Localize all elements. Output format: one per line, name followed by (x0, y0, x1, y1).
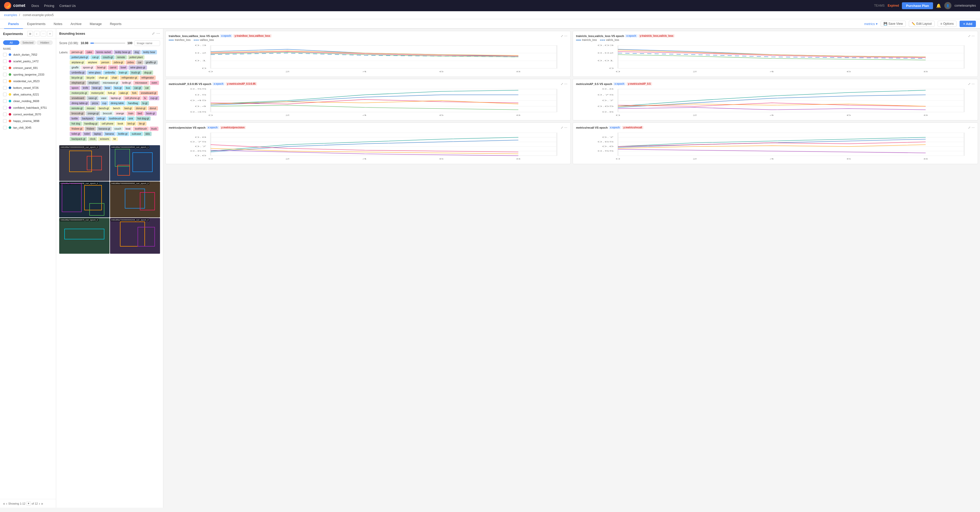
filter-selected-button[interactable]: Selected (20, 40, 36, 45)
label-tag[interactable]: truck (150, 127, 159, 131)
label-tag[interactable]: boat (124, 127, 132, 131)
label-tag[interactable]: car (136, 60, 143, 65)
purchase-plan-button[interactable]: Purchase Plan (902, 2, 933, 9)
experiment-list-item[interactable]: crimson_panel_691 (0, 65, 56, 71)
label-tag[interactable]: motorcycle (89, 91, 105, 95)
label-tag[interactable]: donut-gt (134, 106, 147, 111)
chart-more-icon[interactable]: ⋯ (972, 34, 975, 38)
label-tag[interactable]: bird-gt (126, 121, 137, 126)
label-tag[interactable]: motorcycle-gt (70, 91, 89, 95)
label-tag[interactable]: dog (133, 50, 141, 54)
tab-notes[interactable]: Notes (49, 19, 66, 29)
chart-more-icon[interactable]: ⋯ (564, 34, 567, 38)
experiment-checkbox[interactable] (3, 53, 6, 56)
label-tag[interactable]: orange (115, 111, 126, 116)
label-tag[interactable]: hot dog (70, 121, 82, 126)
options-button[interactable]: ≡ Options (938, 21, 956, 27)
label-tag[interactable]: frisbee (85, 127, 96, 131)
label-tag[interactable]: vase (99, 96, 108, 100)
tab-manage[interactable]: Manage (86, 19, 106, 29)
label-tag[interactable]: person-gt (70, 50, 84, 54)
metrics-dropdown-button[interactable]: metrics ▾ (864, 22, 878, 26)
tab-reports[interactable]: Reports (106, 19, 126, 29)
label-tag[interactable]: hot dog-gt (135, 116, 151, 121)
label-tag[interactable]: giraffe (70, 65, 80, 70)
label-tag[interactable]: mouse (85, 106, 96, 111)
label-tag[interactable]: pizza (90, 101, 100, 105)
label-tag[interactable]: frisbee-gt (70, 127, 84, 131)
chart-more-icon[interactable]: ⋯ (564, 126, 567, 129)
experiment-checkbox[interactable] (3, 119, 6, 123)
label-tag[interactable]: vase-gt (86, 96, 99, 100)
experiment-list-item[interactable]: confident_hatchback_9751 (0, 104, 56, 111)
label-tag[interactable]: elephant-gt (70, 81, 86, 85)
label-tag[interactable]: microwave (133, 81, 149, 85)
label-tag[interactable]: chair-gt (97, 76, 109, 80)
image-cell[interactable]: 04818f8a7/000000000575_curr_epoch_0 (59, 218, 110, 254)
label-tag[interactable]: banana (103, 132, 116, 136)
label-tag[interactable]: teddy bear-gt (114, 50, 132, 54)
label-tag[interactable]: zebra (126, 60, 135, 65)
experiment-checkbox[interactable] (3, 113, 6, 116)
label-tag[interactable]: elephant (87, 81, 100, 85)
page-next-button[interactable]: › (39, 501, 40, 506)
experiment-list-item[interactable]: dutch_durian_7652 (0, 51, 56, 58)
label-tag[interactable]: cup-gt (148, 96, 159, 100)
label-tag[interactable]: skis (144, 132, 151, 136)
label-tag[interactable]: tv-gt (141, 101, 149, 105)
label-tag[interactable]: tie (111, 137, 118, 141)
page-last-button[interactable]: » (41, 501, 43, 506)
experiment-checkbox[interactable] (3, 66, 6, 70)
label-tag[interactable]: bear (103, 86, 112, 90)
experiment-checkbox[interactable] (3, 106, 6, 110)
label-tag[interactable]: refrigerator-gt (120, 76, 139, 80)
label-tag[interactable]: tie-gt (137, 121, 146, 126)
filter-hidden-button[interactable]: Hidden (37, 40, 53, 45)
nav-pricing[interactable]: Pricing (44, 4, 54, 8)
label-tag[interactable]: dog-gt (142, 70, 153, 75)
label-tag[interactable]: scissors (98, 137, 111, 141)
page-first-button[interactable]: « (3, 501, 5, 506)
label-tag[interactable]: carrot (108, 65, 118, 70)
chart-expand-icon[interactable]: ⤢ (561, 82, 563, 86)
experiment-list-item[interactable]: happy_cinema_3898 (0, 118, 56, 124)
page-prev-button[interactable]: ‹ (6, 501, 7, 506)
experiment-list-item[interactable]: clean_molding_8608 (0, 98, 56, 104)
experiment-list-item[interactable]: sporting_tangerine_2333 (0, 71, 56, 78)
label-tag[interactable]: clock (88, 137, 97, 141)
label-tag[interactable]: bus (124, 86, 132, 90)
label-tag[interactable]: tv (142, 96, 148, 100)
label-tag[interactable]: train-gt (118, 70, 129, 75)
sidebar-close-icon[interactable]: × (47, 31, 53, 37)
label-tag[interactable]: book (116, 121, 125, 126)
label-tag[interactable]: airplane (86, 60, 99, 65)
sidebar-more-icon[interactable]: ⋯ (41, 31, 46, 37)
label-tag[interactable]: fork (130, 91, 138, 95)
chart-more-icon[interactable]: ⋯ (972, 82, 975, 86)
label-tag[interactable]: remote (115, 55, 127, 59)
nav-contact[interactable]: Contact Us (59, 4, 76, 8)
label-tag[interactable]: airplane-gt (70, 60, 85, 65)
notification-icon[interactable]: 🔔 (936, 3, 941, 8)
logo[interactable]: 🌙 comet (4, 2, 25, 9)
label-tag[interactable]: broccoli (101, 111, 113, 116)
panel-more-icon[interactable]: ⋯ (156, 32, 160, 35)
label-tag[interactable]: truck-gt (130, 70, 142, 75)
image-cell[interactable]: 04818f8a7/000000000540_curr_epoch_1 (110, 145, 160, 181)
label-tag[interactable]: bowl (119, 65, 128, 70)
label-tag[interactable]: bench (111, 106, 122, 111)
panel-expand-icon[interactable]: ⤢ (152, 32, 155, 35)
nav-docs[interactable]: Docs (32, 4, 39, 8)
experiment-list-item[interactable]: alive_satsuma_6221 (0, 91, 56, 98)
label-tag[interactable]: bear-gt (91, 86, 103, 90)
label-tag[interactable]: wine glass-gt (128, 65, 147, 70)
label-tag[interactable]: bench-gt (97, 106, 110, 111)
label-tag[interactable]: person (100, 60, 111, 65)
chart-expand-icon[interactable]: ⤢ (561, 126, 563, 129)
label-tag[interactable]: handbag-gt (83, 121, 99, 126)
label-tag[interactable]: wine glass (87, 70, 103, 75)
label-tag[interactable]: laptop-gt (109, 96, 123, 100)
tab-experiments[interactable]: Experiments (23, 19, 49, 29)
label-tag[interactable]: fork-gt (106, 91, 117, 95)
label-tag[interactable]: umbrella (103, 70, 116, 75)
